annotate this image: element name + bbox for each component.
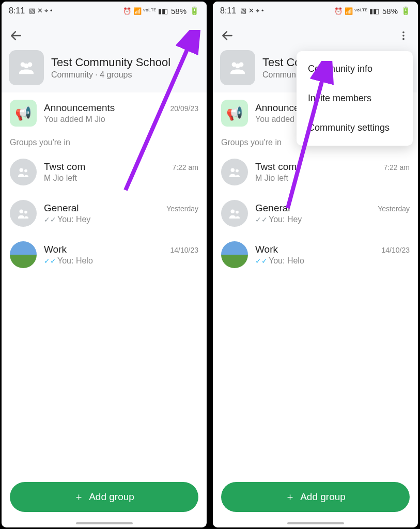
phone-left: 8:11 ▧ ✕ ⌖ • ⏰ 📶 ᵛᵒᴸᵀᴱ ▮◧ 58% 🔋 Test Com…	[0, 0, 208, 529]
battery-icon: 🔋	[190, 6, 199, 15]
announcements-subtitle: You added M Jio	[44, 115, 198, 124]
group-time: Yesterday	[378, 205, 410, 213]
menu-button[interactable]	[185, 28, 199, 43]
status-left-icons: ▧ ✕ ⌖ •	[240, 7, 263, 15]
group-name: Work	[44, 244, 67, 255]
ticks-icon: ✓✓	[44, 215, 56, 224]
group-avatar-icon	[10, 159, 37, 185]
group-subtitle: M Jio left	[44, 174, 198, 183]
back-button[interactable]	[220, 28, 235, 43]
menu-button[interactable]	[396, 28, 411, 43]
group-avatar-icon	[221, 200, 248, 227]
group-subtitle: You: Helo	[57, 256, 93, 265]
phone-right: 8:11 ▧ ✕ ⌖ • ⏰ 📶 ᵛᵒᴸᵀᴱ ▮◧ 58% 🔋 Test Com…	[211, 0, 419, 529]
ticks-icon: ✓✓	[44, 257, 56, 265]
svg-point-17	[231, 168, 235, 173]
group-name: Work	[255, 244, 278, 255]
add-group-button[interactable]: ＋ Add group	[10, 482, 198, 512]
group-name: Twst com	[44, 161, 85, 173]
group-name: General	[44, 203, 79, 214]
group-item-0[interactable]: Twst com 7:22 am M Jio left	[213, 151, 418, 193]
svg-point-16	[235, 64, 240, 68]
announcements-date: 20/09/23	[170, 104, 199, 113]
status-bar: 8:11 ▧ ✕ ⌖ • ⏰ 📶 ᵛᵒᴸᵀᴱ ▮◧ 58% 🔋	[2, 2, 207, 20]
community-avatar[interactable]	[9, 50, 44, 85]
battery-icon: 🔋	[401, 6, 411, 15]
announcements-title: Announcements	[44, 102, 115, 114]
group-avatar-image	[221, 241, 248, 268]
svg-point-1	[191, 35, 193, 37]
group-time: 7:22 am	[383, 163, 410, 172]
groups-label: Groups you're in	[2, 134, 207, 151]
group-item-1[interactable]: General Yesterday ✓✓You: Hey	[2, 193, 207, 234]
plus-icon: ＋	[285, 490, 295, 504]
group-subtitle: You: Helo	[269, 256, 304, 265]
overflow-menu: Community info Invite members Community …	[297, 51, 413, 146]
ticks-icon: ✓✓	[255, 257, 268, 265]
group-item-2[interactable]: Work 14/10/23 ✓✓You: Helo	[213, 234, 418, 275]
group-item-2[interactable]: Work 14/10/23 ✓✓You: Helo	[2, 234, 207, 275]
menu-invite-members[interactable]: Invite members	[297, 84, 413, 113]
group-name: General	[255, 203, 290, 214]
svg-point-7	[24, 169, 27, 173]
svg-point-13	[402, 38, 405, 40]
svg-point-18	[236, 169, 239, 173]
svg-point-20	[236, 211, 239, 214]
status-right-icons: ⏰ 📶 ᵛᵒᴸᵀᴱ ▮◧	[334, 7, 379, 15]
svg-point-8	[20, 210, 24, 214]
svg-point-0	[191, 32, 193, 34]
community-subtitle: Community · 4 groups	[51, 70, 170, 80]
menu-community-info[interactable]: Community info	[297, 54, 413, 84]
group-name: Twst com	[255, 161, 297, 173]
status-bar: 8:11 ▧ ✕ ⌖ • ⏰ 📶 ᵛᵒᴸᵀᴱ ▮◧ 58% 🔋	[213, 2, 418, 20]
svg-point-19	[231, 210, 235, 214]
group-item-1[interactable]: General Yesterday ✓✓You: Hey	[213, 193, 418, 234]
group-avatar-icon	[10, 200, 37, 227]
group-avatar-image	[10, 241, 37, 268]
group-time: 7:22 am	[172, 163, 198, 172]
ticks-icon: ✓✓	[255, 215, 268, 224]
svg-point-6	[20, 168, 24, 173]
plus-icon: ＋	[74, 490, 84, 504]
group-time: Yesterday	[166, 205, 198, 213]
add-group-label: Add group	[300, 491, 346, 503]
home-indicator[interactable]	[76, 522, 133, 524]
back-button[interactable]	[9, 28, 23, 43]
community-avatar[interactable]	[220, 50, 255, 85]
app-header: Test Community School Community · 4 grou…	[2, 20, 207, 92]
add-group-button[interactable]: ＋ Add group	[221, 482, 410, 512]
group-avatar-icon	[221, 159, 248, 185]
group-item-0[interactable]: Twst com 7:22 am M Jio left	[2, 151, 207, 193]
group-subtitle: You: Hey	[269, 215, 302, 224]
svg-point-5	[24, 64, 28, 68]
megaphone-icon: 📢	[221, 100, 248, 127]
group-time: 14/10/23	[382, 246, 410, 254]
status-battery: 58%	[171, 7, 186, 15]
menu-community-settings[interactable]: Community settings	[297, 113, 413, 143]
status-right-icons: ⏰ 📶 ᵛᵒᴸᵀᴱ ▮◧	[123, 7, 168, 15]
svg-point-12	[402, 35, 405, 37]
community-title[interactable]: Test Community School	[51, 56, 170, 69]
status-time: 8:11	[220, 6, 236, 15]
announcements-item[interactable]: 📢 Announcements 20/09/23 You added M Jio	[2, 92, 207, 134]
svg-point-11	[402, 32, 405, 34]
group-time: 14/10/23	[170, 246, 199, 254]
status-battery: 58%	[382, 7, 398, 15]
svg-point-2	[191, 38, 193, 40]
group-subtitle: You: Hey	[57, 215, 90, 224]
status-left-icons: ▧ ✕ ⌖ •	[29, 7, 52, 15]
group-subtitle: M Jio left	[255, 174, 410, 183]
megaphone-icon: 📢	[10, 100, 37, 127]
home-indicator[interactable]	[287, 522, 344, 524]
status-time: 8:11	[9, 6, 25, 15]
add-group-label: Add group	[89, 491, 134, 503]
svg-point-9	[24, 211, 27, 214]
